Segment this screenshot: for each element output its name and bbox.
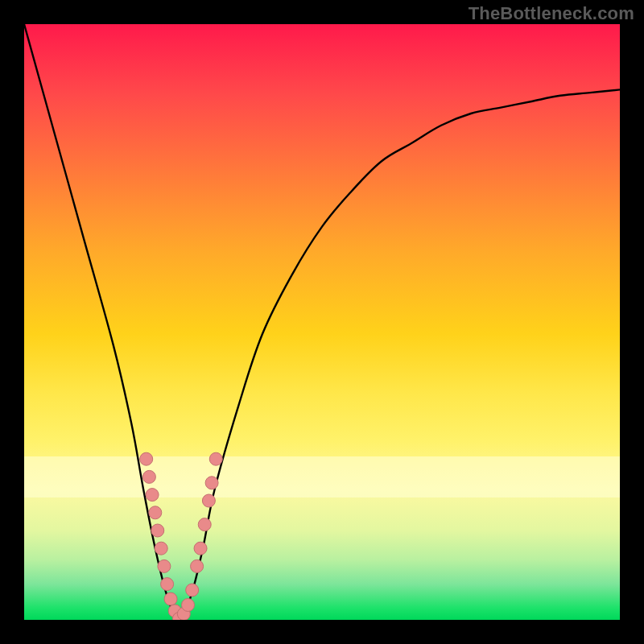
data-marker bbox=[205, 477, 218, 489]
data-marker bbox=[158, 559, 171, 572]
data-marker bbox=[155, 542, 167, 555]
bottleneck-curve bbox=[24, 24, 620, 620]
data-marker bbox=[194, 542, 207, 555]
plot-area bbox=[24, 24, 620, 620]
data-marker bbox=[164, 592, 177, 605]
data-marker bbox=[182, 599, 195, 612]
data-marker bbox=[140, 452, 153, 465]
data-marker bbox=[209, 452, 222, 465]
data-marker bbox=[198, 518, 211, 531]
curve-layer bbox=[24, 24, 620, 620]
data-marker bbox=[149, 506, 162, 519]
data-marker bbox=[161, 578, 174, 591]
chart-stage: TheBottleneck.com bbox=[0, 0, 644, 644]
data-marker bbox=[151, 524, 164, 537]
watermark-text: TheBottleneck.com bbox=[469, 3, 634, 24]
data-marker bbox=[146, 489, 159, 502]
data-marker bbox=[186, 584, 199, 597]
data-marker bbox=[191, 559, 204, 572]
data-marker bbox=[202, 494, 215, 507]
data-marker bbox=[142, 470, 155, 483]
